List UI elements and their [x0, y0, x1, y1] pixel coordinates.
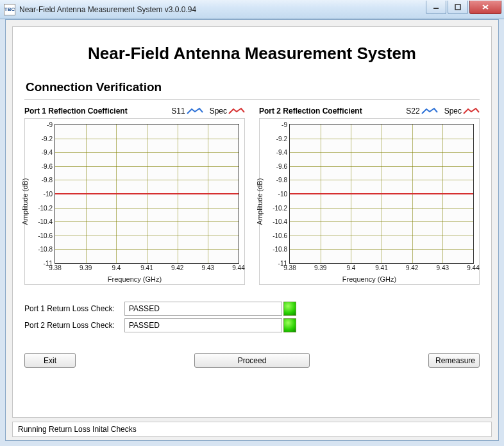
- status-port1-light: [283, 302, 296, 316]
- section-title: Connection Verification: [26, 80, 480, 94]
- close-icon: [482, 4, 489, 10]
- status-port2-value: PASSED: [124, 318, 282, 332]
- window-client-area: Near-Field Antenna Measurement System Co…: [5, 19, 499, 441]
- chart-port2-plot: Amplitude (dB) -9-9.2-9.4-9.6-9.8-10-10.…: [259, 118, 480, 285]
- window-titlebar: TBC Near-Field Antenna Measurement Syste…: [0, 0, 504, 19]
- chart-xtick: 9.44: [232, 263, 244, 271]
- window-maximize-button[interactable]: [448, 1, 468, 14]
- legend-series-icon: [421, 107, 438, 115]
- status-rows: Port 1 Return Loss Check: PASSED Port 2 …: [24, 299, 480, 335]
- chart-xtick: 9.38: [49, 263, 61, 271]
- chart-ytick: -10.8: [38, 246, 55, 253]
- chart-xtick: 9.4: [112, 263, 121, 271]
- status-port2-label: Port 2 Return Loss Check:: [24, 321, 124, 330]
- chart-ytick: -9: [281, 121, 290, 128]
- status-port2-light: [283, 318, 296, 332]
- chart-xtick: 9.43: [437, 263, 449, 271]
- chart-ytick: -9.8: [276, 176, 290, 184]
- chart-xtick: 9.41: [375, 263, 387, 271]
- chart-port2-title: Port 2 Reflection Coefficient: [259, 107, 399, 116]
- chart-xtick: 9.39: [80, 263, 92, 271]
- chart-xtick: 9.42: [406, 263, 418, 271]
- chart-ytick: -9.6: [42, 162, 55, 169]
- legend-series-icon: [187, 107, 203, 115]
- chart-xtick: 9.39: [314, 263, 326, 271]
- chart-ytick: -10: [278, 191, 290, 198]
- chart-port1-plot-area: -9-9.2-9.4-9.6-9.8-10-10.2-10.4-10.6-10.…: [55, 124, 239, 264]
- button-row: Exit Proceed Remeasure: [24, 353, 480, 368]
- exit-button[interactable]: Exit: [24, 353, 76, 368]
- chart-ytick: -10: [44, 191, 55, 198]
- chart-port1: Port 1 Reflection Coefficient S11 Spec A…: [24, 107, 245, 285]
- remeasure-button[interactable]: Remeasure: [428, 353, 480, 368]
- chart-ytick: -9.2: [42, 135, 55, 142]
- statusbar: Running Return Loss Inital Checks: [12, 422, 492, 437]
- chart-ytick: -9.4: [276, 149, 290, 156]
- chart-ytick: -10.4: [38, 218, 55, 225]
- chart-xtick: 9.4: [346, 263, 355, 271]
- chart-ytick: -9.4: [42, 149, 55, 156]
- proceed-button[interactable]: Proceed: [194, 353, 310, 368]
- chart-spec-line: [290, 193, 473, 194]
- chart-xtick: 9.42: [171, 263, 183, 271]
- status-port1-label: Port 1 Return Loss Check:: [24, 304, 124, 313]
- chart-ytick: -10.2: [38, 204, 55, 211]
- chart-xtick: 9.41: [140, 263, 153, 271]
- maximize-icon: [455, 4, 461, 10]
- chart-ytick: -10.6: [273, 232, 290, 239]
- chart-xtick: 9.38: [283, 263, 296, 271]
- chart-port1-spec-label: Spec: [210, 107, 227, 116]
- chart-port2-header: Port 2 Reflection Coefficient S22 Spec: [259, 107, 480, 116]
- status-row-port2: Port 2 Return Loss Check: PASSED: [24, 318, 480, 332]
- page-title: Near-Field Antenna Measurement System: [24, 44, 480, 64]
- window-close-button[interactable]: [469, 1, 501, 14]
- chart-port1-xlabel: Frequency (GHz): [25, 275, 244, 283]
- chart-port2-spec-label: Spec: [444, 107, 462, 116]
- chart-port1-series-label: S11: [171, 107, 185, 116]
- chart-port2-series-label: S22: [406, 107, 419, 116]
- chart-ytick: -10.4: [273, 218, 290, 225]
- charts-row: Port 1 Reflection Coefficient S11 Spec A…: [24, 107, 480, 285]
- main-panel: Near-Field Antenna Measurement System Co…: [12, 26, 492, 418]
- svg-rect-1: [455, 4, 460, 10]
- chart-ytick: -9.6: [276, 162, 290, 169]
- chart-port2-plot-area: -9-9.2-9.4-9.6-9.8-10-10.2-10.4-10.6-10.…: [289, 124, 474, 264]
- section-divider: [24, 99, 480, 100]
- window-minimize-button[interactable]: [426, 1, 446, 14]
- chart-port1-header: Port 1 Reflection Coefficient S11 Spec: [24, 107, 245, 116]
- chart-port1-title: Port 1 Reflection Coefficient: [24, 107, 165, 116]
- chart-ytick: -9.8: [42, 176, 55, 184]
- legend-spec-icon: [228, 107, 245, 115]
- chart-port2-xlabel: Frequency (GHz): [260, 275, 479, 283]
- status-port1-value: PASSED: [124, 302, 282, 316]
- chart-port2: Port 2 Reflection Coefficient S22 Spec A…: [259, 107, 480, 285]
- chart-ytick: -10.2: [273, 204, 290, 211]
- chart-xtick: 9.43: [202, 263, 214, 271]
- status-row-port1: Port 1 Return Loss Check: PASSED: [24, 302, 480, 316]
- chart-ytick: -9: [47, 121, 55, 128]
- chart-xtick: 9.44: [467, 263, 479, 271]
- chart-port1-plot: Amplitude (dB) -9-9.2-9.4-9.6-9.8-10-10.…: [24, 118, 245, 285]
- legend-spec-icon: [463, 107, 480, 115]
- chart-ytick: -9.2: [276, 135, 290, 142]
- chart-ytick: -10.8: [273, 246, 290, 253]
- minimize-icon: [433, 4, 439, 10]
- chart-ytick: -10.6: [38, 232, 55, 239]
- chart-spec-line: [55, 193, 239, 194]
- app-icon: TBC: [4, 4, 15, 15]
- window-title: Near-Field Antenna Measurement System v3…: [19, 5, 196, 14]
